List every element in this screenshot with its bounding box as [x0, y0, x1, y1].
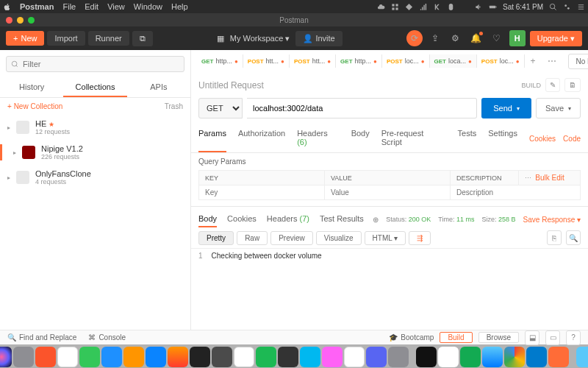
code-link[interactable]: Code	[563, 135, 581, 143]
k-icon[interactable]	[433, 3, 441, 11]
dock-notion-icon[interactable]	[234, 347, 254, 367]
dock-discord-icon[interactable]	[366, 347, 387, 367]
search-response-button[interactable]: 🔍	[566, 230, 581, 245]
request-tab[interactable]: GEThttp...●	[197, 54, 243, 68]
view-raw[interactable]: Raw	[237, 231, 268, 245]
dock-safari-icon[interactable]	[482, 347, 503, 367]
collection-item[interactable]: ▸ Nipige V1.2 226 requests	[0, 140, 190, 165]
menu-window[interactable]: Window	[134, 2, 162, 11]
dock-calendar-icon[interactable]	[57, 347, 78, 367]
request-tab[interactable]: POSThtt...●	[290, 54, 336, 68]
view-preview[interactable]: Preview	[270, 231, 313, 245]
tab-params[interactable]: Params	[198, 124, 226, 152]
comments-button[interactable]: ✎	[545, 78, 560, 92]
collection-item[interactable]: ▸ OnlyFansClone 4 requests	[0, 165, 190, 190]
dock-mail-icon[interactable]	[101, 347, 122, 367]
sidebar-tab-collections[interactable]: Collections	[63, 78, 126, 97]
url-input[interactable]	[247, 98, 477, 118]
settings-button[interactable]: ⚙	[448, 30, 464, 46]
build-mode-button[interactable]: Build	[440, 332, 472, 343]
control-center-icon[interactable]	[563, 3, 571, 11]
sidebar-tab-apis[interactable]: APIs	[127, 78, 190, 97]
send-button[interactable]: Send	[481, 98, 531, 118]
tab-prerequest[interactable]: Pre-request Script	[381, 124, 446, 152]
resp-tab-body[interactable]: Body	[198, 211, 217, 227]
dock-slack-icon[interactable]	[438, 347, 459, 367]
avatar[interactable]: H	[509, 30, 526, 46]
menubar-time[interactable]: Sat 6:41 PM	[503, 3, 543, 11]
dock-xd-icon[interactable]	[322, 347, 343, 367]
evernote-icon[interactable]	[447, 3, 455, 11]
tab-overflow-button[interactable]: ⋯	[542, 53, 562, 69]
close-window-button[interactable]	[6, 17, 12, 24]
adjust-icon[interactable]	[461, 3, 469, 11]
dock-system-prefs-icon[interactable]	[388, 347, 409, 367]
view-pretty[interactable]: Pretty	[198, 231, 234, 245]
filter-input[interactable]	[6, 56, 184, 72]
battery-icon[interactable]	[489, 3, 497, 11]
request-tab[interactable]: POSTloc...●	[382, 54, 430, 68]
console-link[interactable]: ⌘ Console	[88, 333, 126, 342]
minimize-window-button[interactable]	[17, 17, 24, 24]
maximize-window-button[interactable]	[28, 17, 35, 24]
notifications-icon[interactable]	[577, 3, 585, 11]
dock-brave-icon[interactable]	[35, 347, 56, 367]
menu-app-name[interactable]: Postman	[20, 2, 54, 11]
menu-help[interactable]: Help	[171, 2, 188, 11]
upgrade-button[interactable]: Upgrade ▾	[530, 31, 582, 46]
request-tab[interactable]: POSThtt...●	[243, 54, 290, 68]
dock-finalcut-icon[interactable]	[278, 347, 298, 367]
dock-terminal-icon[interactable]	[190, 347, 210, 367]
sidebar-tab-history[interactable]: History	[0, 78, 63, 97]
sync-button[interactable]: ⟳	[406, 30, 423, 46]
dock-mongodb-icon[interactable]	[460, 347, 481, 367]
docs-button[interactable]: 🗎	[564, 78, 581, 92]
save-response-link[interactable]: Save Response ▾	[523, 216, 581, 224]
resp-tab-testresults[interactable]: Test Results	[320, 211, 364, 227]
dock-sublime-icon[interactable]	[212, 347, 232, 367]
dock-spotify-icon[interactable]	[256, 347, 276, 367]
browse-mode-button[interactable]: Browse	[478, 332, 519, 343]
view-visualize[interactable]: Visualize	[316, 231, 362, 245]
dock-vscode-icon[interactable]	[526, 347, 547, 367]
bulk-edit-link[interactable]: Bulk Edit	[535, 174, 564, 182]
wrap-lines-button[interactable]: ⇶	[409, 231, 431, 245]
param-key-input[interactable]	[205, 188, 318, 197]
add-tab-button[interactable]: +	[525, 53, 542, 69]
layout-single-pane-button[interactable]: ▭	[545, 330, 560, 345]
request-tab[interactable]: GEThttp...●	[336, 54, 382, 68]
menu-file[interactable]: File	[62, 2, 76, 11]
network-icon[interactable]: ⊕	[373, 216, 379, 224]
tab-settings[interactable]: Settings	[488, 124, 517, 152]
format-select[interactable]: HTML ▾	[365, 231, 406, 245]
dock-messages-icon[interactable]	[79, 347, 100, 367]
invite-button[interactable]: 👤 Invite	[295, 31, 342, 46]
tab-headers[interactable]: Headers (6)	[297, 124, 340, 152]
dock-appstore-icon[interactable]	[146, 347, 166, 367]
find-replace-link[interactable]: 🔍 Find and Replace	[7, 333, 76, 342]
param-row[interactable]	[199, 185, 581, 200]
notifications-button[interactable]: 🔔	[468, 30, 484, 46]
layout-two-pane-button[interactable]: ⬓	[525, 330, 539, 345]
request-tab[interactable]: GETloca...●	[430, 54, 477, 68]
spotlight-icon[interactable]	[549, 3, 557, 11]
capture-button[interactable]: ⇪	[427, 30, 443, 46]
volume-icon[interactable]	[475, 3, 483, 11]
dock-books-icon[interactable]	[123, 347, 144, 367]
workspace-selector[interactable]: My Workspace ▾	[230, 34, 290, 43]
bootcamp-link[interactable]: 🎓 Bootcamp	[389, 333, 434, 342]
signal-icon[interactable]	[419, 3, 427, 11]
menu-edit[interactable]: Edit	[85, 2, 98, 11]
tab-tests[interactable]: Tests	[458, 124, 477, 152]
request-tab[interactable]: POSTloc...●	[477, 54, 525, 68]
collection-item[interactable]: ▸ HE ★ 12 requests	[0, 115, 190, 140]
dock-wondershare-icon[interactable]	[300, 347, 320, 367]
dock-iterm-icon[interactable]	[416, 347, 437, 367]
open-new-window-button[interactable]: ⧉	[132, 31, 153, 46]
new-collection-link[interactable]: + New Collection	[7, 102, 62, 110]
grid-icon[interactable]	[391, 3, 399, 11]
cookies-link[interactable]: Cookies	[529, 135, 556, 143]
environment-select[interactable]: No Environment	[568, 54, 588, 69]
save-button[interactable]: Save	[536, 98, 581, 118]
param-value-input[interactable]	[331, 188, 444, 197]
